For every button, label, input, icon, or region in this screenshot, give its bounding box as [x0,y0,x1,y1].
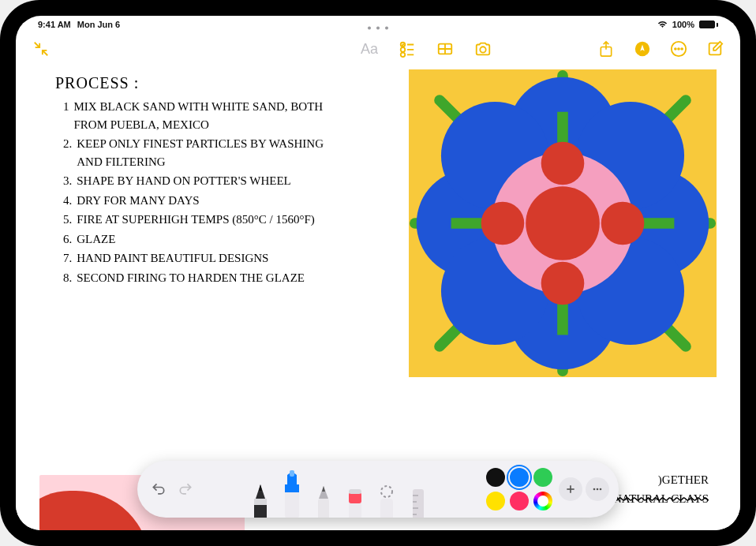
battery-percent: 100% [672,20,694,29]
process-list: 1Mix black sand with white sand, both fr… [63,98,347,288]
list-number: 1 [63,98,69,133]
tool-strip [200,461,478,518]
svg-point-2 [385,27,388,30]
list-item: 6.Glaze [63,230,347,249]
camera-button[interactable] [472,38,494,60]
svg-point-17 [678,48,679,50]
list-item: 5.Fire at superhigh temps (850°C / 1560°… [63,211,347,229]
note-heading: PROCESS : [55,74,139,92]
svg-point-16 [675,48,676,50]
svg-rect-45 [290,470,294,477]
svg-point-40 [601,202,645,245]
svg-rect-49 [349,489,361,494]
svg-rect-42 [254,499,267,505]
list-number: 7. [63,249,72,267]
add-tool-button[interactable] [559,477,582,501]
app-toolbar: Aa [16,33,740,65]
checklist-button[interactable] [396,38,418,60]
color-swatch[interactable] [510,492,529,510]
color-swatch[interactable] [486,492,505,510]
svg-rect-50 [380,499,393,518]
color-swatch[interactable] [486,468,505,487]
color-swatch[interactable] [533,468,552,487]
svg-point-62 [600,488,602,491]
status-time: 9:41 AM [38,20,71,29]
svg-rect-48 [349,492,361,503]
svg-point-38 [541,262,585,305]
list-text: Dry for many days [77,192,199,210]
wifi-icon [657,21,668,28]
color-swatch[interactable] [510,468,529,487]
color-picker-button[interactable] [533,492,552,510]
list-item: 8.Second firing to harden the glaze [63,269,347,287]
svg-point-8 [401,53,406,58]
new-note-button[interactable] [704,38,726,60]
pen-tool[interactable] [249,481,272,518]
list-item: 2.Keep only finest particles by washing … [63,135,347,170]
svg-point-36 [526,186,600,260]
list-text: Hand paint beautiful designs [77,249,268,267]
list-text: Shape by hand on potter's wheel [77,172,290,190]
marker-tool[interactable] [280,469,304,518]
svg-point-37 [541,142,585,185]
svg-point-1 [376,27,380,30]
status-date: Mon Jun 6 [77,20,120,29]
svg-point-39 [481,202,525,245]
text-format-button[interactable]: Aa [358,38,380,60]
svg-point-61 [597,488,599,491]
list-number: 3. [63,172,72,190]
eraser-tool[interactable] [343,481,367,518]
list-text: Keep only finest particles by washing an… [77,135,347,170]
share-button[interactable] [595,38,617,60]
exit-fullscreen-button[interactable] [30,38,52,60]
list-text: Glaze [77,230,115,249]
list-number: 2. [63,135,72,170]
list-item: 3.Shape by hand on potter's wheel [63,172,347,190]
list-item: 4.Dry for many days [63,192,347,210]
svg-rect-52 [413,489,424,518]
list-number: 6. [63,230,72,249]
svg-rect-44 [285,484,299,492]
ipad-frame: 9:41 AM Mon Jun 6 100% Aa [0,0,756,546]
list-text: Fire at superhigh temps (850°C / 1560°F) [77,211,315,229]
svg-point-12 [480,47,485,52]
svg-point-18 [681,48,683,50]
list-text: Mix black sand with white sand, both fro… [74,98,348,133]
svg-rect-47 [349,502,361,518]
svg-point-6 [401,47,406,51]
svg-rect-46 [318,499,329,518]
pencil-tool[interactable] [312,481,335,518]
list-text: Second firing to harden the glaze [77,269,305,287]
svg-point-0 [368,27,371,30]
battery-icon [699,21,718,28]
markup-more-button[interactable] [586,477,609,501]
undo-button[interactable] [147,477,170,501]
multitask-pill[interactable] [363,19,393,23]
table-button[interactable] [434,38,456,60]
flower-drawing[interactable] [409,69,717,377]
ruler-tool[interactable] [406,481,430,518]
color-palette [486,468,552,510]
list-number: 5. [63,211,72,229]
lasso-tool[interactable] [375,481,399,518]
markup-toolbar [137,461,619,518]
list-number: 4. [63,192,72,210]
list-number: 8. [63,269,72,287]
list-item: 7.Hand paint beautiful designs [63,249,347,267]
markup-toggle-button[interactable] [631,38,653,60]
svg-point-51 [381,486,392,497]
screen: 9:41 AM Mon Jun 6 100% Aa [16,16,740,530]
svg-point-60 [593,488,596,491]
redo-button[interactable] [174,477,197,501]
list-item: 1Mix black sand with white sand, both fr… [63,98,347,133]
more-button[interactable] [668,38,690,60]
